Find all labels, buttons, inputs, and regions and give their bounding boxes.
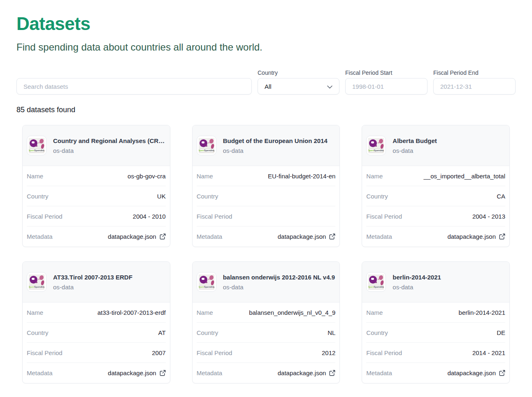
datapackage-link-label: datapackage.json [108, 369, 156, 376]
metadata-row: Metadata datapackage.json [197, 226, 336, 247]
dataset-owner: os-data [53, 147, 166, 154]
name-row: Name EU-final-budget-2014-en [197, 166, 336, 186]
dataset-card-body: Name os-gb-gov-cra Country UK Fiscal Per… [23, 166, 170, 247]
country-value: AT [158, 329, 166, 336]
country-row: Country [197, 186, 336, 206]
country-value: NL [328, 329, 335, 336]
name-value: berlin-2014-2021 [459, 309, 505, 316]
metadata-label: Metadata [366, 369, 392, 376]
name-row: Name berlin-2014-2021 [366, 302, 505, 323]
metadata-row: Metadata datapackage.json [27, 226, 166, 247]
openspending-logo-icon: OpenSpending [197, 136, 216, 155]
datapackage-link-label: datapackage.json [278, 233, 326, 240]
name-value: at33-tirol-2007-2013-erdf [98, 309, 166, 316]
dataset-card: OpenSpending Alberta Budget os-data Name… [362, 125, 510, 247]
country-row: Country CA [366, 186, 505, 206]
fiscal-period-end-filter: Fiscal Period End [433, 70, 516, 95]
datapackage-link-label: datapackage.json [447, 233, 496, 240]
dataset-card: OpenSpending Budget of the European Unio… [192, 125, 340, 247]
fiscal-period-end-label: Fiscal Period End [433, 70, 516, 76]
dataset-card-header: OpenSpending Budget of the European Unio… [193, 125, 340, 166]
fiscal-period-start-input[interactable] [345, 78, 427, 95]
fiscal-period-value: 2004 - 2013 [472, 213, 505, 220]
external-link-icon [499, 233, 505, 240]
fiscal-period-label: Fiscal Period [366, 349, 402, 356]
datapackage-link[interactable]: datapackage.json [278, 369, 336, 376]
dataset-card-body: Name EU-final-budget-2014-en Country Fis… [193, 166, 340, 247]
dataset-card-body: Name __os_imported__alberta_total Countr… [362, 166, 509, 247]
country-label: Country [197, 193, 218, 200]
external-link-icon [160, 370, 166, 376]
country-row: Country DE [366, 323, 505, 343]
fiscal-period-start-label: Fiscal Period Start [345, 70, 427, 76]
fiscal-period-label: Fiscal Period [197, 213, 232, 220]
name-label: Name [366, 309, 383, 316]
country-select-value: All [265, 83, 272, 90]
name-label: Name [27, 173, 43, 180]
datasets-page: Datasets Find spending data about countr… [0, 0, 532, 383]
fiscal-period-row: Fiscal Period 2004 - 2013 [366, 206, 505, 226]
fiscal-period-value: 2014 - 2021 [472, 349, 505, 356]
datapackage-link[interactable]: datapackage.json [278, 233, 336, 240]
country-value: UK [157, 193, 166, 200]
external-link-icon [329, 370, 335, 376]
datapackage-link-label: datapackage.json [108, 233, 156, 240]
fiscal-period-end-input[interactable] [433, 78, 516, 95]
country-row: Country NL [197, 323, 336, 343]
country-value: CA [497, 193, 505, 200]
country-label: Country [366, 193, 388, 200]
dataset-owner: os-data [223, 147, 328, 154]
dataset-title: Country and Regional Analyses (CRA) - UK… [53, 137, 166, 145]
dataset-title: berlin-2014-2021 [393, 274, 441, 281]
openspending-logo-icon: OpenSpending [27, 272, 46, 292]
results-count: 85 datasets found [16, 106, 516, 114]
openspending-logo-icon: OpenSpending [366, 136, 386, 155]
dataset-owner: os-data [53, 284, 132, 291]
openspending-logo-icon: OpenSpending [197, 272, 216, 292]
metadata-row: Metadata datapackage.json [366, 226, 505, 247]
search-input[interactable] [16, 78, 252, 95]
country-select[interactable]: All [258, 78, 339, 95]
fiscal-period-row: Fiscal Period [197, 206, 336, 226]
metadata-label: Metadata [366, 233, 392, 240]
metadata-row: Metadata datapackage.json [366, 363, 505, 383]
metadata-label: Metadata [197, 233, 223, 240]
external-link-icon [329, 233, 335, 240]
metadata-row: Metadata datapackage.json [27, 363, 166, 383]
dataset-title: AT33.Tirol 2007-2013 ERDF [53, 274, 132, 281]
datapackage-link[interactable]: datapackage.json [447, 369, 505, 376]
datapackage-link[interactable]: datapackage.json [447, 233, 505, 240]
dataset-card: OpenSpending balansen onderwijs 2012-201… [192, 261, 340, 383]
dataset-card: OpenSpending Country and Regional Analys… [22, 125, 170, 247]
openspending-logo-icon: OpenSpending [27, 136, 46, 155]
country-label: Country [27, 193, 49, 200]
country-row: Country UK [27, 186, 166, 206]
name-value: balansen_onderwijs_nl_v0_4_9 [249, 309, 335, 316]
datapackage-link[interactable]: datapackage.json [108, 369, 166, 376]
country-filter-label: Country [258, 70, 339, 76]
name-label: Name [197, 173, 213, 180]
dataset-card-header: OpenSpending balansen onderwijs 2012-201… [193, 262, 340, 302]
dataset-title: Alberta Budget [393, 137, 437, 145]
filters-bar: Country All Fiscal Period Start Fiscal P… [16, 70, 516, 95]
datapackage-link-label: datapackage.json [447, 369, 496, 376]
name-value: __os_imported__alberta_total [424, 173, 505, 180]
country-label: Country [197, 329, 218, 336]
fiscal-period-label: Fiscal Period [27, 213, 63, 220]
name-label: Name [366, 173, 383, 180]
country-filter: Country All [258, 70, 339, 95]
country-label: Country [366, 329, 388, 336]
dataset-card-header: OpenSpending Alberta Budget os-data [362, 125, 509, 166]
dataset-card-body: Name berlin-2014-2021 Country DE Fiscal … [362, 302, 509, 383]
dataset-card-header: OpenSpending berlin-2014-2021 os-data [362, 262, 509, 302]
dataset-card-header: OpenSpending Country and Regional Analys… [23, 125, 170, 166]
dataset-card-body: Name balansen_onderwijs_nl_v0_4_9 Countr… [193, 302, 340, 383]
name-label: Name [197, 309, 213, 316]
datasets-grid: OpenSpending Country and Regional Analys… [22, 125, 510, 383]
fiscal-period-row: Fiscal Period 2014 - 2021 [366, 343, 505, 363]
dataset-card: OpenSpending AT33.Tirol 2007-2013 ERDF o… [22, 261, 170, 383]
chevron-down-icon [324, 83, 332, 90]
metadata-label: Metadata [27, 369, 53, 376]
name-row: Name os-gb-gov-cra [27, 166, 166, 186]
datapackage-link[interactable]: datapackage.json [108, 233, 166, 240]
